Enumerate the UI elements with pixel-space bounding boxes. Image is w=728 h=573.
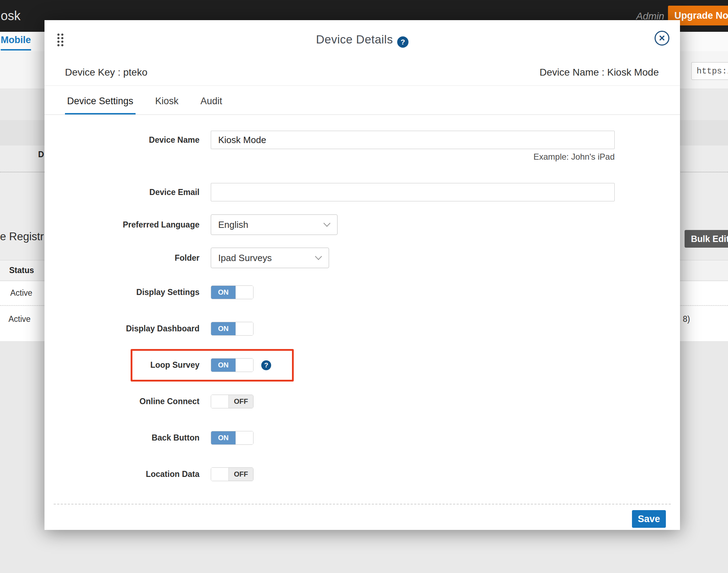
toggle-state-text: ON [211, 286, 235, 299]
location-data-row: Location Data OFF [44, 467, 680, 481]
preferred-language-select[interactable]: English [211, 214, 338, 235]
toggle-knob [235, 359, 253, 372]
nav-tab-mobile[interactable]: Mobile [1, 35, 31, 51]
toggle-knob [235, 431, 253, 444]
display-dashboard-toggle[interactable]: ON [211, 322, 253, 336]
tab-audit[interactable]: Audit [198, 96, 225, 114]
status-column-header: Status [9, 266, 34, 275]
location-data-label: Location Data [44, 469, 199, 479]
device-name-helper: Example: John's iPad [211, 152, 615, 162]
loop-survey-label: Loop Survey [44, 360, 199, 370]
device-name-text: Device Name : Kiosk Mode [539, 67, 659, 78]
brand-logo-partial: osk [1, 8, 20, 23]
online-connect-toggle[interactable]: OFF [211, 395, 253, 408]
url-input[interactable]: https:// [691, 62, 728, 80]
device-name-input[interactable] [211, 131, 615, 149]
back-button-label: Back Button [44, 433, 199, 443]
device-email-input[interactable] [211, 183, 615, 201]
chevron-down-icon [315, 253, 322, 260]
device-email-row: Device Email [44, 183, 680, 201]
location-data-toggle[interactable]: OFF [211, 467, 253, 481]
chevron-down-icon [323, 220, 330, 227]
close-icon[interactable]: ✕ [655, 31, 669, 46]
background-partial-label: D [38, 150, 44, 159]
device-settings-form: Device Name Example: John's iPad Device … [44, 115, 680, 528]
status-value: Active [10, 288, 32, 298]
bulk-edit-button[interactable]: Bulk Edit [685, 230, 728, 248]
toggle-state-text: ON [211, 359, 235, 372]
row-partial-text: 8) [683, 314, 690, 324]
back-button-row: Back Button ON [44, 431, 680, 445]
online-connect-row: Online Connect OFF [44, 395, 680, 408]
modal-footer: Save [44, 504, 680, 528]
toggle-state-text: ON [211, 431, 235, 444]
device-details-modal: Device Details? ✕ Device Key : pteko Dev… [44, 20, 680, 530]
registration-section-title: e Registr [0, 230, 44, 243]
display-settings-toggle[interactable]: ON [211, 285, 253, 299]
tab-kiosk[interactable]: Kiosk [153, 96, 181, 114]
device-key-text: Device Key : pteko [65, 67, 147, 78]
preferred-language-row: Preferred Language English [44, 214, 680, 235]
back-button-toggle[interactable]: ON [211, 431, 253, 445]
toggle-knob [211, 395, 229, 408]
display-dashboard-row: Display Dashboard ON [44, 322, 680, 336]
device-name-label: Device Name [44, 135, 199, 145]
toggle-state-text: OFF [229, 468, 253, 481]
toggle-state-text: OFF [229, 395, 253, 408]
folder-label: Folder [44, 253, 199, 263]
loop-survey-toggle[interactable]: ON [211, 358, 253, 372]
status-value: Active [8, 314, 31, 324]
modal-title: Device Details [316, 33, 393, 46]
folder-select[interactable]: Ipad Surveys [211, 248, 329, 268]
device-name-row: Device Name [44, 131, 680, 149]
loop-survey-row: Loop Survey ON ? [44, 358, 680, 372]
folder-value: Ipad Surveys [218, 253, 272, 264]
modal-titlebar: Device Details? ✕ [44, 20, 680, 59]
toggle-state-text: ON [211, 322, 235, 335]
folder-row: Folder Ipad Surveys [44, 248, 680, 268]
modal-tabs: Device Settings Kiosk Audit [44, 86, 680, 115]
tab-device-settings[interactable]: Device Settings [65, 96, 136, 114]
save-button[interactable]: Save [632, 510, 666, 528]
display-settings-row: Display Settings ON [44, 285, 680, 299]
preferred-language-value: English [218, 219, 248, 230]
online-connect-label: Online Connect [44, 397, 199, 406]
modal-key-row: Device Key : pteko Device Name : Kiosk M… [44, 59, 680, 86]
display-settings-label: Display Settings [44, 288, 199, 297]
device-email-label: Device Email [44, 188, 199, 197]
preferred-language-label: Preferred Language [44, 220, 199, 230]
display-dashboard-label: Display Dashboard [44, 324, 199, 333]
toggle-knob [235, 322, 253, 335]
help-icon[interactable]: ? [397, 36, 408, 48]
toggle-knob [211, 468, 229, 481]
toggle-knob [235, 286, 253, 299]
help-icon[interactable]: ? [261, 360, 271, 370]
